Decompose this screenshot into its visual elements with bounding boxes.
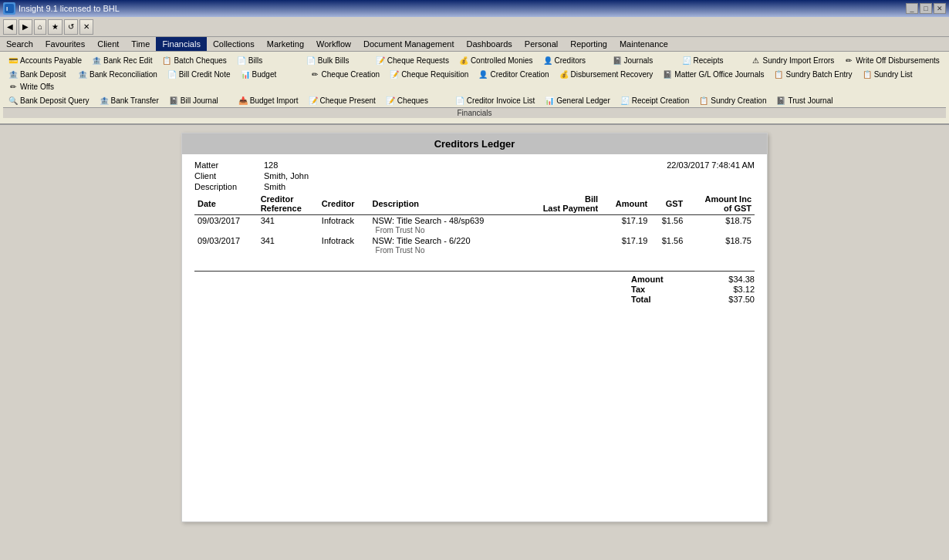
col-description: Description [370, 193, 522, 215]
col-amount-inc-gst: Amount Incof GST [686, 193, 755, 215]
ribbon-general-ledger[interactable]: 📊General Ledger [539, 94, 615, 106]
menu-personal[interactable]: Personal [518, 37, 564, 51]
back-button[interactable]: ◀ [3, 19, 17, 35]
row2-creditor: Infotrack [319, 235, 370, 255]
menubar: Search Favourites Client Time Financials… [0, 37, 949, 52]
row2-amount: $17.19 [601, 235, 650, 255]
toolbar: ◀ ▶ ⌂ ★ ↺ ✕ [0, 17, 949, 37]
total-amount-value: $34.38 [693, 275, 755, 284]
ribbon-bills[interactable]: 📄Bills [231, 54, 301, 66]
ribbon-journals[interactable]: 📓Journals [607, 54, 677, 66]
home-button[interactable]: ⌂ [34, 19, 46, 35]
ribbon-bill-journal[interactable]: 📓Bill Journal [164, 94, 233, 106]
bill-journal-icon: 📓 [168, 95, 179, 106]
row1-bill-last-payment [522, 215, 601, 236]
ribbon-cheque-requests[interactable]: 📝Cheque Requests [370, 54, 454, 66]
creditor-creation-icon: 👤 [478, 69, 488, 79]
ribbon-controlled-monies[interactable]: 💰Controlled Monies [454, 54, 538, 66]
ribbon-cheques[interactable]: 📝Cheques [380, 94, 450, 106]
cheque-requests-icon: 📝 [375, 55, 386, 66]
col-date: Date [194, 193, 258, 215]
cheque-present-icon: 📝 [308, 95, 319, 106]
ribbon-disbursement-recovery[interactable]: 💰Disbursement Recovery [554, 68, 658, 80]
total-tax-value: $3.12 [693, 285, 755, 294]
close-button[interactable]: ✕ [934, 3, 946, 14]
report-table: Date CreditorReference Creditor Descript… [194, 193, 755, 255]
menu-document-management[interactable]: Document Management [357, 37, 460, 51]
total-amount-row: Amount $34.38 [194, 275, 755, 284]
ribbon-sundry-list[interactable]: 📋Sundry List [857, 68, 927, 80]
cheque-requisition-icon: 📝 [389, 69, 400, 79]
menu-favourites[interactable]: Favourites [39, 37, 91, 51]
refresh-button[interactable]: ↺ [64, 19, 78, 35]
col-creditor: Creditor [319, 193, 370, 215]
disbursement-recovery-icon: 💰 [559, 69, 569, 79]
ribbon-bank-transfer[interactable]: 🏦Bank Transfer [94, 94, 164, 106]
bank-deposit-query-icon: 🔍 [8, 95, 19, 106]
menu-client[interactable]: Client [91, 37, 125, 51]
ribbon-cheque-creation[interactable]: ✏Cheque Creation [305, 68, 385, 80]
ribbon-receipts[interactable]: 🧾Receipts [677, 54, 746, 66]
window-controls: _ □ ✕ [906, 3, 946, 14]
report-table-wrap: Date CreditorReference Creditor Descript… [182, 193, 767, 268]
ribbon-sundry-creation[interactable]: 📋Sundry Creation [694, 94, 771, 106]
general-ledger-icon: 📊 [544, 95, 555, 106]
ribbon-bank-reconciliation[interactable]: 🏦Bank Reconciliation [73, 68, 162, 80]
menu-collections[interactable]: Collections [207, 37, 261, 51]
ribbon-creditor-creation[interactable]: 👤Creditor Creation [473, 68, 553, 80]
minimize-button[interactable]: _ [906, 3, 918, 14]
menu-dashboards[interactable]: Dashboards [460, 37, 518, 51]
col-creditor-ref: CreditorReference [258, 193, 319, 215]
menu-reporting[interactable]: Reporting [564, 37, 613, 51]
stop-button[interactable]: ✕ [79, 19, 93, 35]
ribbon-budget-import[interactable]: 📥Budget Import [233, 94, 303, 106]
total-total-row: Total $37.50 [194, 295, 755, 304]
ribbon-bank-rec-edit[interactable]: 🏦Bank Rec Edit [86, 54, 157, 66]
accounts-payable-icon: 💳 [8, 55, 19, 66]
ribbon-creditors[interactable]: 👤Creditors [538, 54, 607, 66]
description-label: Description [194, 182, 264, 191]
ribbon-bulk-bills[interactable]: 📄Bulk Bills [301, 54, 370, 66]
row2-bill-last-payment [522, 235, 601, 255]
ribbon-batch-cheques[interactable]: 📋Batch Cheques [157, 54, 231, 66]
ribbon-matter-gl[interactable]: 📓Matter G/L Office Journals [657, 68, 768, 80]
journals-icon: 📓 [612, 55, 623, 66]
sundry-creation-icon: 📋 [698, 95, 709, 106]
ribbon-write-offs[interactable]: ✏Write Offs [3, 80, 73, 93]
ribbon-budget[interactable]: 📊Budget [235, 68, 305, 80]
maximize-button[interactable]: □ [920, 3, 932, 14]
ribbon-sundry-batch-entry[interactable]: 📋Sundry Batch Entry [768, 68, 856, 80]
menu-marketing[interactable]: Marketing [261, 37, 310, 51]
ribbon-receipt-creation[interactable]: 🧾Receipt Creation [615, 94, 694, 106]
ribbon-bank-deposit[interactable]: 🏦Bank Deposit [3, 68, 73, 80]
menu-workflow[interactable]: Workflow [310, 37, 357, 51]
budget-import-icon: 📥 [238, 95, 248, 106]
ribbon-creditor-invoice-list[interactable]: 📄Creditor Invoice List [450, 94, 539, 106]
creditors-icon: 👤 [542, 55, 553, 66]
ribbon-accounts-payable[interactable]: 💳Accounts Payable [3, 54, 86, 66]
ribbon-cheque-present[interactable]: 📝Cheque Present [303, 94, 380, 106]
report-totals: Amount $34.38 Tax $3.12 Total $37.50 [182, 275, 767, 317]
ribbon-sundry-import-errors[interactable]: ⚠Sundry Import Errors [746, 54, 839, 66]
bill-credit-note-icon: 📄 [167, 69, 177, 79]
write-off-disbursements-icon: ✏ [843, 55, 854, 66]
menu-search[interactable]: Search [0, 37, 39, 51]
ribbon-trust-journal[interactable]: 📓Trust Journal [771, 94, 840, 106]
row2-creditor-ref: 341 [258, 235, 319, 255]
receipts-icon: 🧾 [681, 55, 692, 66]
cheque-creation-icon: ✏ [309, 69, 320, 79]
ribbon-cheque-requisition[interactable]: 📝Cheque Requisition [384, 68, 473, 80]
menu-time[interactable]: Time [125, 37, 156, 51]
bank-reconciliation-icon: 🏦 [77, 69, 88, 79]
total-total-value: $37.50 [693, 295, 755, 304]
ribbon-bill-credit-note[interactable]: 📄Bill Credit Note [162, 68, 235, 80]
window-title: Insight 9.1 licensed to BHL [19, 4, 906, 13]
menu-maintenance[interactable]: Maintenance [613, 37, 674, 51]
forward-button[interactable]: ▶ [19, 19, 32, 35]
total-amount-label: Amount [631, 275, 693, 284]
menu-financials[interactable]: Financials [156, 37, 207, 51]
ribbon-write-off-disbursements[interactable]: ✏Write Off Disbursements [839, 54, 944, 66]
favourites-button[interactable]: ★ [48, 19, 62, 35]
ribbon-bank-deposit-query[interactable]: 🔍Bank Deposit Query [3, 94, 94, 106]
col-bill-last-payment: BillLast Payment [522, 193, 601, 215]
